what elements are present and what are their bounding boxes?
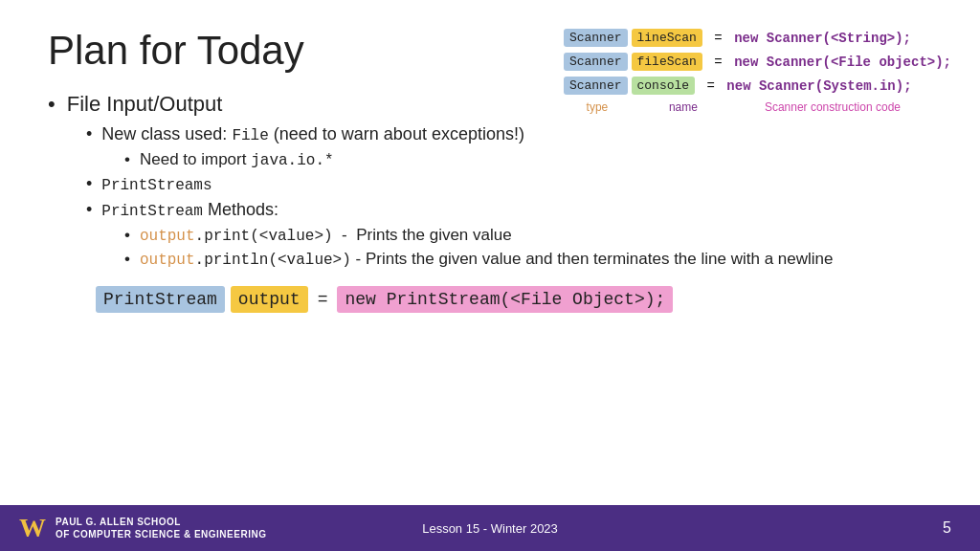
bullet-list: File Input/Output New class used: File (… — [48, 92, 932, 269]
scanner-eq-1: = — [706, 31, 730, 46]
bullet-println-text: output.println(<value>) - Prints the giv… — [140, 250, 834, 269]
scanner-diagram: Scanner lineScan = new Scanner(<String>)… — [564, 29, 951, 114]
cb-equals: = — [314, 290, 332, 309]
scanner-name-1: lineScan — [632, 29, 702, 47]
scanner-new-3: new Scanner(System.in); — [726, 78, 911, 94]
footer-page: 5 — [943, 519, 951, 537]
uw-logo-letter: W — [19, 515, 46, 541]
scanner-row-3: Scanner console = new Scanner(System.in)… — [564, 77, 951, 95]
scanner-name-3: console — [632, 77, 696, 95]
school-line1: PAUL G. ALLEN SCHOOL — [56, 516, 266, 528]
cb-type: PrintStream — [96, 286, 225, 313]
footer: W PAUL G. ALLEN SCHOOL OF COMPUTER SCIEN… — [0, 505, 980, 551]
bullet-printstream-methods: PrintStream Methods: — [86, 200, 932, 220]
scanner-labels: type name Scanner construction code — [564, 100, 951, 114]
footer-lesson: Lesson 15 - Winter 2023 — [422, 521, 558, 536]
bullet-import: Need to import java.io.* — [124, 150, 932, 169]
label-type: type — [564, 100, 631, 114]
scanner-type-2: Scanner — [564, 53, 628, 71]
bullet-print: output.print(<value>) - Prints the given… — [124, 226, 932, 245]
scanner-eq-2: = — [706, 55, 730, 70]
bullet-file-io-text: File Input/Output — [67, 92, 223, 117]
scanner-name-2: fileScan — [632, 53, 702, 71]
scanner-type-3: Scanner — [564, 77, 628, 95]
cb-constructor: new PrintStream(<File Object>); — [337, 286, 673, 313]
scanner-new-2: new Scanner(<File object>); — [734, 55, 951, 70]
bullet-new-class: New class used: File (need to warn about… — [86, 124, 932, 144]
label-name: name — [640, 100, 726, 114]
bullet-println: output.println(<value>) - Prints the giv… — [124, 250, 932, 269]
scanner-new-1: new Scanner(<String>); — [734, 31, 911, 46]
school-line2: OF COMPUTER SCIENCE & ENGINEERING — [56, 528, 266, 540]
label-construction: Scanner construction code — [765, 100, 901, 114]
bullet-print-text: output.print(<value>) - Prints the given… — [140, 226, 512, 245]
scanner-row-1: Scanner lineScan = new Scanner(<String>)… — [564, 29, 951, 47]
bullet-new-class-text: New class used: File (need to warn about… — [101, 124, 524, 144]
scanner-type-1: Scanner — [564, 29, 628, 47]
scanner-row-2: Scanner fileScan = new Scanner(<File obj… — [564, 53, 951, 71]
footer-logo: W PAUL G. ALLEN SCHOOL OF COMPUTER SCIEN… — [19, 515, 266, 541]
scanner-eq-3: = — [699, 78, 723, 94]
cb-name: output — [231, 286, 308, 313]
bullet-import-text: Need to import java.io.* — [140, 150, 334, 169]
bullet-printstreams-text: PrintStreams — [101, 174, 212, 194]
bullet-printstream-methods-text: PrintStream Methods: — [101, 200, 278, 220]
code-block: PrintStream output = new PrintStream(<Fi… — [96, 286, 932, 313]
bullet-printstreams: PrintStreams — [86, 174, 932, 194]
main-content: Plan for Today Scanner lineScan = new Sc… — [0, 0, 980, 332]
footer-school-name: PAUL G. ALLEN SCHOOL OF COMPUTER SCIENCE… — [56, 516, 266, 540]
